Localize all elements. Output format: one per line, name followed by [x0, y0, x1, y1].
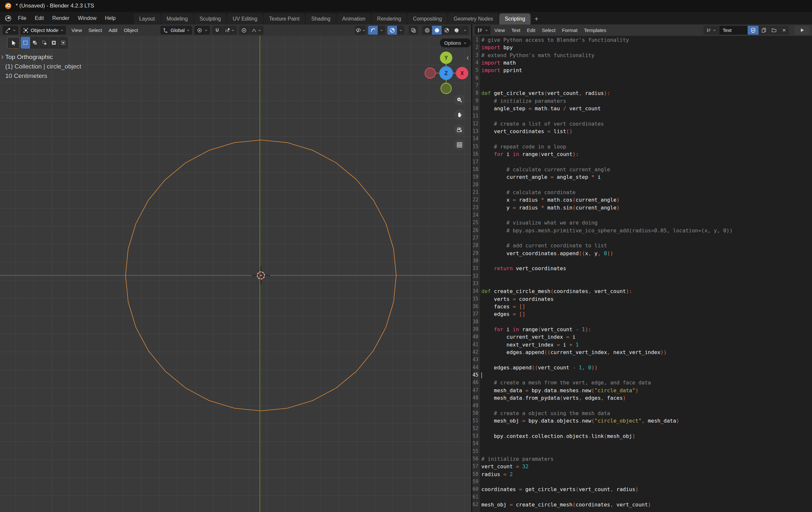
gizmos-toggle-button[interactable]	[368, 26, 378, 34]
overlays-toggle-button[interactable]	[387, 26, 397, 34]
workspace-tab-animation[interactable]: Animation	[337, 14, 371, 25]
code-editor[interactable]: 1# give Python access to Blender's funct…	[472, 36, 812, 512]
select-mode-invert-button[interactable]	[49, 37, 58, 49]
pivot-point-dropdown[interactable]	[194, 26, 210, 34]
editor-menu-templates[interactable]: Templates	[581, 25, 609, 36]
line-number: 14	[472, 135, 480, 143]
code-line: 17	[472, 158, 812, 166]
select-mode-intersect-button[interactable]	[59, 37, 68, 49]
viewport-editor-type-button[interactable]	[3, 26, 18, 34]
menu-render[interactable]: Render	[48, 12, 74, 25]
workspace-tab-rendering[interactable]: Rendering	[371, 14, 407, 25]
zoom-button[interactable]	[454, 94, 465, 105]
show-object-types-dropdown[interactable]	[355, 26, 366, 34]
menu-help[interactable]: Help	[101, 12, 120, 25]
overlays-dropdown[interactable]	[397, 26, 404, 34]
select-box-tool-button[interactable]	[7, 37, 20, 49]
line-number: 6	[472, 74, 480, 82]
gizmos-dropdown[interactable]	[378, 26, 385, 34]
viewport-menu-add[interactable]: Add	[105, 25, 121, 36]
shading-rendered-button[interactable]	[452, 26, 461, 34]
code-text	[480, 234, 481, 242]
shading-material-preview-button[interactable]	[442, 26, 451, 34]
chevron-down-icon	[463, 42, 467, 45]
shading-wireframe-button[interactable]	[422, 26, 432, 34]
xray-toggle-button[interactable]	[409, 26, 418, 34]
workspace-tab-scripting[interactable]: Scripting	[499, 14, 530, 25]
camera-view-button[interactable]	[454, 124, 465, 135]
code-text	[480, 425, 481, 432]
workspace-tab-texture-paint[interactable]: Texture Paint	[263, 14, 305, 25]
workspace-tab-shading[interactable]: Shading	[306, 14, 336, 25]
editor-type-text-button[interactable]	[475, 26, 490, 34]
gizmo-y-negative-axis[interactable]	[441, 83, 451, 93]
code-text: # repeat code in a loop	[480, 143, 566, 151]
text-editor-header: ViewTextEditSelectFormatTemplates Text	[472, 25, 812, 36]
blender-menu-icon[interactable]	[5, 15, 12, 22]
viewport-menu-select[interactable]: Select	[85, 25, 105, 36]
editor-menu-format[interactable]: Format	[559, 25, 581, 36]
shading-solid-button[interactable]	[432, 26, 441, 34]
editor-menu-text[interactable]: Text	[508, 25, 524, 36]
unlink-text-button[interactable]	[779, 26, 789, 34]
snap-settings-dropdown[interactable]	[223, 26, 237, 34]
code-line: 13 vert_coordinates = list()	[472, 128, 812, 135]
window-titlebar: * (Unsaved) - Blender 4.2.3 LTS	[0, 0, 812, 12]
code-text	[480, 371, 481, 379]
copy-page-icon	[761, 27, 767, 33]
code-text: vert_coordinates.append((x, y, 0))	[480, 250, 613, 257]
toolbar-expand-toggle[interactable]	[1, 54, 4, 60]
line-number: 21	[472, 189, 480, 196]
code-text: verts = coordinates	[480, 295, 554, 303]
add-workspace-button[interactable]: +	[531, 14, 542, 25]
transform-orientation-dropdown[interactable]: Global	[161, 26, 192, 34]
select-mode-extend-button[interactable]	[30, 37, 39, 49]
snap-toggle-button[interactable]	[212, 26, 222, 34]
menu-file[interactable]: File	[14, 12, 31, 25]
falloff-curve-icon	[252, 28, 257, 33]
viewport-menu-view[interactable]: View	[68, 25, 85, 36]
workspace-tab-sculpting[interactable]: Sculpting	[194, 14, 227, 25]
proportional-falloff-dropdown[interactable]	[249, 26, 263, 34]
shading-dropdown[interactable]	[461, 26, 469, 34]
workspace-tab-modeling[interactable]: Modeling	[161, 14, 193, 25]
proportional-editing-toggle[interactable]	[239, 26, 249, 34]
text-datablock-browse-button[interactable]	[703, 26, 719, 34]
object-mode-dropdown[interactable]: Object Mode	[21, 26, 66, 34]
menu-edit[interactable]: Edit	[31, 12, 48, 25]
editor-menu-view[interactable]: View	[491, 25, 508, 36]
workspace-tab-compositing[interactable]: Compositing	[407, 14, 447, 25]
code-line: 41 next_vert_index = i + 1	[472, 341, 812, 349]
line-number: 30	[472, 257, 480, 265]
viewport-menu-object[interactable]: Object	[121, 25, 141, 36]
toggle-orthographic-button[interactable]	[454, 139, 465, 151]
navigation-gizmo[interactable]: Y X Z	[422, 49, 470, 98]
text-name-field[interactable]: Text	[719, 26, 748, 34]
editor-menu-select[interactable]: Select	[539, 25, 559, 36]
menu-window[interactable]: Window	[74, 12, 101, 25]
workspace-tab-uv-editing[interactable]: UV Editing	[227, 14, 263, 25]
code-line: 33	[472, 280, 812, 288]
editor-menu-edit[interactable]: Edit	[524, 25, 539, 36]
workspace-tab-geometry-nodes[interactable]: Geometry Nodes	[448, 14, 499, 25]
workspace-tab-layout[interactable]: Layout	[134, 14, 161, 25]
options-dropdown[interactable]: Options	[440, 38, 471, 47]
gizmo-x-negative-axis[interactable]	[425, 68, 435, 78]
material-sphere-icon	[444, 27, 450, 33]
select-mode-subtract-button[interactable]	[40, 37, 49, 49]
sidebar-expand-toggle[interactable]	[466, 55, 469, 61]
line-number: 9	[472, 97, 480, 105]
new-text-button[interactable]	[759, 26, 768, 34]
folder-icon	[771, 27, 777, 33]
object-origin-dot	[260, 275, 262, 276]
chevron-down-icon	[186, 29, 190, 32]
code-text: # initialize paramaters	[480, 455, 554, 463]
open-text-button[interactable]	[769, 26, 779, 34]
viewport-canvas[interactable]: Top Orthographic (1) Collection | circle…	[0, 36, 471, 512]
code-text: edges.append((vert_count - 1, 0))	[480, 364, 598, 371]
code-line: 52	[472, 425, 812, 432]
select-mode-set-button[interactable]	[21, 37, 30, 49]
fake-user-toggle-button[interactable]	[748, 26, 758, 34]
run-script-button[interactable]	[794, 26, 809, 34]
pan-button[interactable]	[454, 109, 465, 120]
